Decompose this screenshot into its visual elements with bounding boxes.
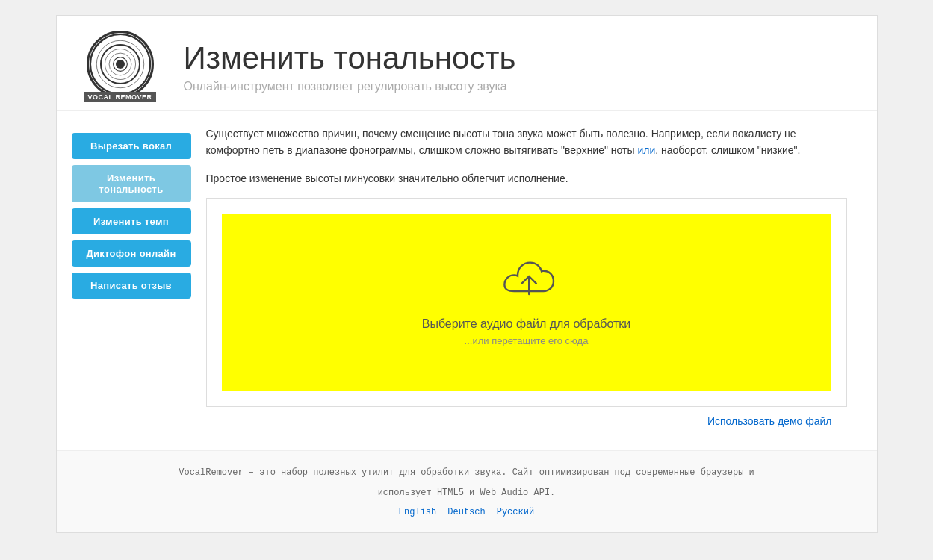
description-paragraph1: Существует множество причин, почему смещ… <box>206 125 847 159</box>
upload-sub-text: ...или перетащите его сюда <box>465 335 589 346</box>
logo-circle <box>87 31 154 98</box>
main-content: Существует множество причин, почему смещ… <box>191 125 862 435</box>
upload-cloud-icon <box>497 258 557 306</box>
description-link-or[interactable]: или <box>637 144 655 156</box>
footer-link-english[interactable]: English <box>399 507 436 517</box>
logo-area: VOCAL REMOVER <box>72 31 169 102</box>
footer-link-deutsch[interactable]: Deutsch <box>447 507 485 517</box>
title-area: Изменить тональность Онлайн-инструмент п… <box>169 40 516 93</box>
sidebar-btn-change-tempo[interactable]: Изменить темп <box>72 208 191 234</box>
demo-link[interactable]: Использовать демо файл <box>707 415 832 427</box>
svg-point-4 <box>109 53 131 75</box>
footer-link-russian[interactable]: Русский <box>497 507 534 517</box>
logo-label: VOCAL REMOVER <box>84 92 157 102</box>
content-area: Вырезать вокал Изменить тональность Изме… <box>57 111 877 450</box>
upload-main-text: Выберите аудио файл для обработки <box>422 317 631 331</box>
upload-zone-wrapper: Выберите аудио файл для обработки ...или… <box>206 198 847 407</box>
footer-links: English Deutsch Русский <box>72 507 862 517</box>
sidebar-btn-review[interactable]: Написать отзыв <box>72 273 191 299</box>
sidebar-btn-cut-vocal[interactable]: Вырезать вокал <box>72 133 191 159</box>
description-paragraph2: Простое изменение высоты минусовки значи… <box>206 170 847 187</box>
page-subtitle: Онлайн-инструмент позволяет регулировать… <box>184 80 516 93</box>
sidebar-btn-change-tone[interactable]: Изменить тональность <box>72 165 191 202</box>
svg-point-3 <box>105 49 135 79</box>
main-container: VOCAL REMOVER Изменить тональность Онлай… <box>56 15 878 533</box>
svg-point-6 <box>117 60 123 67</box>
header-section: VOCAL REMOVER Изменить тональность Онлай… <box>57 16 877 111</box>
demo-link-row: Использовать демо файл <box>206 407 847 435</box>
vinyl-svg <box>89 31 152 98</box>
sidebar: Вырезать вокал Изменить тональность Изме… <box>72 125 191 435</box>
footer-section: VocalRemover – это набор полезных утилит… <box>57 450 877 532</box>
svg-point-1 <box>96 40 143 87</box>
page-title: Изменить тональность <box>184 40 516 76</box>
sidebar-btn-recorder[interactable]: Диктофон онлайн <box>72 240 191 267</box>
svg-point-0 <box>90 34 149 94</box>
footer-line2: использует HTML5 и Web Audio API. <box>72 486 862 500</box>
footer-line1: VocalRemover – это набор полезных утилит… <box>72 466 862 480</box>
upload-zone[interactable]: Выберите аудио файл для обработки ...или… <box>222 214 831 391</box>
svg-point-5 <box>113 57 127 72</box>
svg-point-2 <box>100 45 139 84</box>
